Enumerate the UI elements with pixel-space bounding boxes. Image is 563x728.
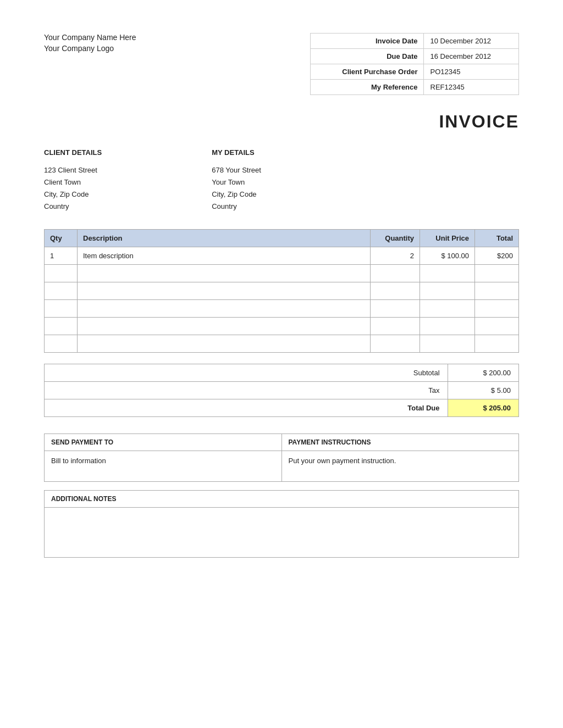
tax-row: Tax $ 5.00 [45,382,519,399]
company-name: Your Company Name Here [44,33,136,42]
my-details-heading: MY DETAILS [212,148,261,157]
payment-content-row: Bill to information Put your own payment… [45,451,518,481]
item-unit-price [420,335,475,353]
client-address-line4: Country [44,202,69,210]
table-row [45,265,519,282]
item-total: $200 [475,247,519,265]
item-unit-price [420,265,475,282]
col-header-qty: Qty [45,230,78,247]
notes-header: ADDITIONAL NOTES [45,491,518,508]
table-row [45,335,519,353]
company-info: Your Company Name Here Your Company Logo [44,33,136,53]
item-qty: 1 [45,247,78,265]
subtotal-label: Subtotal [45,364,448,382]
item-qty [45,318,78,335]
meta-label: Due Date [311,49,424,64]
my-address-line1: 678 Your Street [212,166,261,174]
item-total [475,265,519,282]
my-address-line2: Your Town [212,178,245,186]
client-address-line1: 123 Client Street [44,166,97,174]
col-header-total: Total [475,230,519,247]
item-description [78,335,371,353]
my-address-line3: City, Zip Code [212,190,256,198]
item-description [78,300,371,318]
item-description [78,265,371,282]
header-section: Your Company Name Here Your Company Logo… [44,33,519,95]
item-qty [45,282,78,300]
tax-label: Tax [45,382,448,399]
invoice-title: INVOICE [439,112,519,131]
client-details-block: CLIENT DETAILS 123 Client Street Client … [44,148,102,213]
total-due-value: $ 205.00 [448,399,518,417]
item-quantity [371,335,420,353]
item-total [475,300,519,318]
col-header-description: Description [78,230,371,247]
item-qty [45,265,78,282]
item-total [475,282,519,300]
item-unit-price: $ 100.00 [420,247,475,265]
total-due-label: Total Due [45,399,448,417]
item-total [475,318,519,335]
payment-section: SEND PAYMENT TO PAYMENT INSTRUCTIONS Bil… [44,434,519,482]
meta-value: 10 December 2012 [423,34,518,49]
subtotal-value: $ 200.00 [448,364,518,382]
meta-value: REF12345 [423,80,518,95]
meta-value: 16 December 2012 [423,49,518,64]
subtotal-row: Subtotal $ 200.00 [45,364,519,382]
item-quantity [371,318,420,335]
item-unit-price [420,300,475,318]
meta-row: My ReferenceREF12345 [311,80,519,95]
tax-value: $ 5.00 [448,382,518,399]
item-quantity [371,265,420,282]
notes-section: ADDITIONAL NOTES [44,490,519,558]
item-total [475,335,519,353]
invoice-meta-table: Invoice Date10 December 2012Due Date16 D… [310,33,519,95]
client-details-heading: CLIENT DETAILS [44,148,102,157]
table-row [45,282,519,300]
my-address-line4: Country [212,202,237,210]
send-payment-header: SEND PAYMENT TO [45,434,282,451]
payment-header-row: SEND PAYMENT TO PAYMENT INSTRUCTIONS [45,434,518,451]
invoice-title-section: INVOICE [44,112,519,132]
table-row: 1 Item description 2 $ 100.00 $200 [45,247,519,265]
table-row [45,300,519,318]
notes-body [45,508,518,557]
item-quantity [371,282,420,300]
item-unit-price [420,282,475,300]
client-address-line3: City, Zip Code [44,190,89,198]
item-quantity: 2 [371,247,420,265]
item-description: Item description [78,247,371,265]
items-table: Qty Description Quantity Unit Price Tota… [44,229,519,353]
payment-instructions-value: Put your own payment instruction. [282,451,519,481]
meta-label: My Reference [311,80,424,95]
item-qty [45,335,78,353]
item-description [78,318,371,335]
meta-label: Invoice Date [311,34,424,49]
totals-table: Subtotal $ 200.00 Tax $ 5.00 Total Due $… [44,364,519,417]
client-address-line2: Client Town [44,178,81,186]
details-section: CLIENT DETAILS 123 Client Street Client … [44,148,519,213]
item-unit-price [420,318,475,335]
table-row [45,318,519,335]
item-qty [45,300,78,318]
payment-instructions-header: PAYMENT INSTRUCTIONS [282,434,519,451]
meta-label: Client Purchase Order [311,64,424,80]
meta-row: Invoice Date10 December 2012 [311,34,519,49]
item-description [78,282,371,300]
col-header-unit-price: Unit Price [420,230,475,247]
item-quantity [371,300,420,318]
meta-row: Client Purchase OrderPO12345 [311,64,519,80]
col-header-quantity: Quantity [371,230,420,247]
company-logo: Your Company Logo [44,44,136,53]
total-due-row: Total Due $ 205.00 [45,399,519,417]
send-payment-value: Bill to information [45,451,282,481]
meta-row: Due Date16 December 2012 [311,49,519,64]
my-details-block: MY DETAILS 678 Your Street Your Town Cit… [212,148,261,213]
meta-value: PO12345 [423,64,518,80]
